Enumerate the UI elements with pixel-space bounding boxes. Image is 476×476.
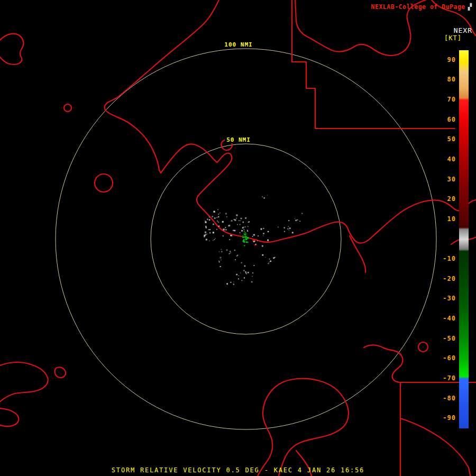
colorbar-tick: 30 (447, 176, 456, 183)
coastline (0, 362, 48, 403)
colorbar-gradient (459, 50, 469, 428)
radar-map (0, 0, 476, 476)
coastline (105, 0, 476, 243)
colorbar-tick: 50 (447, 136, 456, 143)
colorbar-tick: -20 (443, 275, 456, 282)
colorbar-tick: 60 (447, 116, 456, 123)
island-outline (0, 34, 23, 65)
lake-outline (64, 104, 71, 112)
colorbar-tick: 80 (447, 76, 456, 84)
lake-outline (95, 174, 113, 192)
header: NEXLAB-College of DuPage ▞ (371, 3, 472, 11)
echo-layer (204, 195, 303, 285)
colorbar-tick: -60 (443, 355, 456, 362)
colorbar-tick: -40 (443, 315, 456, 322)
lake-outline (418, 342, 428, 352)
colorbar-tick: -10 (443, 255, 456, 262)
bay-outline (278, 379, 349, 476)
colorbar-tick: 10 (447, 215, 456, 223)
map-outlines (0, 0, 476, 476)
inlet-line (350, 236, 365, 272)
status-bar: STORM RELATIVE VELOCITY 0.5 DEG - KAEC 4… (0, 466, 476, 474)
colorbar-tick: -80 (443, 395, 456, 402)
colorbar-tick: 20 (447, 196, 456, 203)
radar-display: 100 NMI50 NMI NEXLAB-College of DuPage ▞… (0, 0, 476, 476)
colorbar-tick: 40 (447, 155, 456, 163)
colorbar-ticks: 908070605040302010-10-20-30-40-50-60-70-… (433, 0, 456, 476)
county-border (292, 0, 455, 129)
colorbar-tick: -90 (443, 414, 456, 422)
colorbar-tick: 90 (447, 56, 456, 63)
island-outline (0, 408, 19, 426)
colorbar-title: NEXR (454, 26, 472, 34)
cod-logo-icon: ▞ (468, 4, 472, 10)
colorbar-tick: -70 (443, 374, 456, 382)
island-outline (55, 367, 66, 377)
colorbar-tick: -50 (443, 335, 456, 342)
colorbar-tick: 70 (447, 96, 456, 103)
colorbar-tick: -30 (443, 295, 456, 303)
